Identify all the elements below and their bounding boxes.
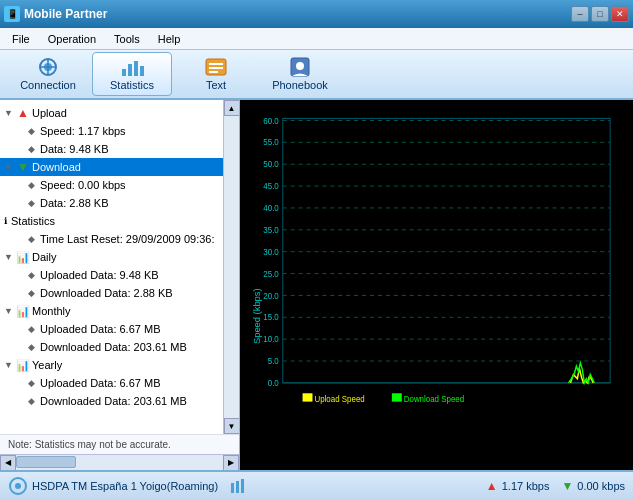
upload-data-item: ◆ Data: 9.48 KB: [24, 140, 223, 158]
upload-speed-label: 1.17 kbps: [502, 480, 550, 492]
menu-operation[interactable]: Operation: [40, 31, 104, 47]
yearly-upload-item: ◆ Uploaded Data: 6.67 MB: [24, 374, 223, 392]
tree-upload[interactable]: ▼ ▲ Upload: [0, 104, 223, 122]
yearly-upload-value: Uploaded Data: 6.67 MB: [40, 375, 160, 391]
scroll-down-button[interactable]: ▼: [224, 418, 240, 434]
daily-label: Daily: [32, 249, 56, 265]
time-reset-item: ◆ Time Last Reset: 29/09/2009 09:36:: [24, 230, 223, 248]
note-bar: Note: Statistics may not be accurate.: [0, 434, 239, 454]
status-bar: HSDPA TM España 1 Yoigo(Roaming) ▲ 1.17 …: [0, 470, 633, 500]
upload-speed-item: ◆ Speed: 1.17 kbps: [24, 122, 223, 140]
scroll-up-button[interactable]: ▲: [224, 100, 240, 116]
daily-icon: 📊: [16, 250, 30, 264]
download-arrow-icon: ▼: [561, 479, 573, 493]
svg-rect-43: [303, 393, 313, 401]
svg-text:0.0: 0.0: [268, 379, 279, 388]
app-title: Mobile Partner: [24, 7, 107, 21]
time-reset-value: Time Last Reset: 29/09/2009 09:36:: [40, 231, 214, 247]
monthly-upload-value: Uploaded Data: 6.67 MB: [40, 321, 160, 337]
scroll-right-button[interactable]: ▶: [223, 455, 239, 471]
menu-tools[interactable]: Tools: [106, 31, 148, 47]
svg-text:Speed (kbps): Speed (kbps): [252, 288, 262, 344]
tab-text[interactable]: Text: [176, 52, 256, 96]
svg-rect-4: [122, 69, 126, 76]
svg-text:35.0: 35.0: [263, 226, 279, 235]
tree-download[interactable]: ▼ ▼ Download: [0, 158, 223, 176]
yearly-icon: 📊: [16, 358, 30, 372]
menu-help[interactable]: Help: [150, 31, 189, 47]
upload-speed-status: ▲ 1.17 kbps: [486, 479, 550, 493]
vertical-scrollbar[interactable]: ▲ ▼: [223, 100, 239, 434]
note-text: Note: Statistics may not be accurate.: [8, 439, 171, 450]
download-icon: ▼: [16, 160, 30, 174]
statistics-tree: ▼ ▲ Upload ◆ Speed: 1.17 kbps ◆ Data: 9.…: [0, 100, 223, 434]
expand-icon3: ▼: [4, 249, 14, 265]
speed-chart: Speed (kbps) 60.0 55.0 50.0 45.0 40.0: [248, 108, 625, 462]
horizontal-scrollbar[interactable]: ◀ ▶: [0, 454, 239, 470]
tab-statistics[interactable]: Statistics: [92, 52, 172, 96]
chart-panel: Speed (kbps) 60.0 55.0 50.0 45.0 40.0: [240, 100, 633, 470]
menu-file[interactable]: File: [4, 31, 38, 47]
upload-speed-value: Speed: 1.17 kbps: [40, 123, 126, 139]
tree-monthly[interactable]: ▼ 📊 Monthly: [0, 302, 223, 320]
minimize-button[interactable]: –: [571, 6, 589, 22]
download-speed-status: ▼ 0.00 kbps: [561, 479, 625, 493]
download-speed-item: ◆ Speed: 0.00 kbps: [24, 176, 223, 194]
svg-rect-45: [392, 393, 402, 401]
expand-icon2: ▼: [4, 159, 14, 175]
upload-data-value: Data: 9.48 KB: [40, 141, 109, 157]
connection-icon: [36, 57, 60, 77]
app-icon: 📱: [4, 6, 20, 22]
bullet-icon9: ◆: [28, 339, 38, 355]
h-scroll-track: [16, 455, 223, 470]
bullet-icon11: ◆: [28, 393, 38, 409]
tree-stats-header: ℹ Statistics: [0, 212, 223, 230]
bullet-icon8: ◆: [28, 321, 38, 337]
stats-header-label: Statistics: [11, 213, 55, 229]
monthly-download-item: ◆ Downloaded Data: 203.61 MB: [24, 338, 223, 356]
bullet-icon: ◆: [28, 123, 38, 139]
svg-text:50.0: 50.0: [263, 160, 279, 169]
yearly-download-item: ◆ Downloaded Data: 203.61 MB: [24, 392, 223, 410]
tree-yearly[interactable]: ▼ 📊 Yearly: [0, 356, 223, 374]
tab-phonebook[interactable]: Phonebook: [260, 52, 340, 96]
maximize-button[interactable]: □: [591, 6, 609, 22]
daily-download-value: Downloaded Data: 2.88 KB: [40, 285, 173, 301]
scroll-track: [224, 116, 239, 418]
bullet-icon6: ◆: [28, 267, 38, 283]
left-panel: ▼ ▲ Upload ◆ Speed: 1.17 kbps ◆ Data: 9.…: [0, 100, 240, 470]
window-controls: – □ ✕: [571, 6, 629, 22]
svg-text:55.0: 55.0: [263, 138, 279, 147]
svg-text:15.0: 15.0: [263, 313, 279, 322]
main-content: ▼ ▲ Upload ◆ Speed: 1.17 kbps ◆ Data: 9.…: [0, 100, 633, 470]
close-button[interactable]: ✕: [611, 6, 629, 22]
svg-point-13: [296, 62, 304, 70]
svg-rect-49: [231, 483, 234, 493]
svg-text:45.0: 45.0: [263, 182, 279, 191]
bullet-icon2: ◆: [28, 141, 38, 157]
upload-arrow-icon: ▲: [486, 479, 498, 493]
svg-text:Upload Speed: Upload Speed: [314, 394, 364, 403]
tree-daily[interactable]: ▼ 📊 Daily: [0, 248, 223, 266]
daily-download-item: ◆ Downloaded Data: 2.88 KB: [24, 284, 223, 302]
svg-text:40.0: 40.0: [263, 204, 279, 213]
svg-text:30.0: 30.0: [263, 248, 279, 257]
svg-rect-6: [134, 61, 138, 76]
download-speed-value: Speed: 0.00 kbps: [40, 177, 126, 193]
bullet-icon5: ◆: [28, 231, 38, 247]
daily-upload-value: Uploaded Data: 9.48 KB: [40, 267, 159, 283]
bullet-icon10: ◆: [28, 375, 38, 391]
connection-status: HSDPA TM España 1 Yoigo(Roaming): [8, 476, 474, 496]
svg-rect-50: [236, 481, 239, 493]
expand-icon5: ▼: [4, 357, 14, 373]
monthly-download-value: Downloaded Data: 203.61 MB: [40, 339, 187, 355]
connection-status-icon: [8, 476, 28, 496]
h-scroll-thumb: [16, 456, 76, 468]
tab-connection[interactable]: Connection: [8, 52, 88, 96]
svg-point-48: [15, 483, 21, 489]
download-label: Download: [32, 159, 81, 175]
phonebook-icon: [288, 57, 312, 77]
menu-bar: File Operation Tools Help: [0, 28, 633, 50]
scroll-left-button[interactable]: ◀: [0, 455, 16, 471]
expand-icon: ▼: [4, 105, 14, 121]
